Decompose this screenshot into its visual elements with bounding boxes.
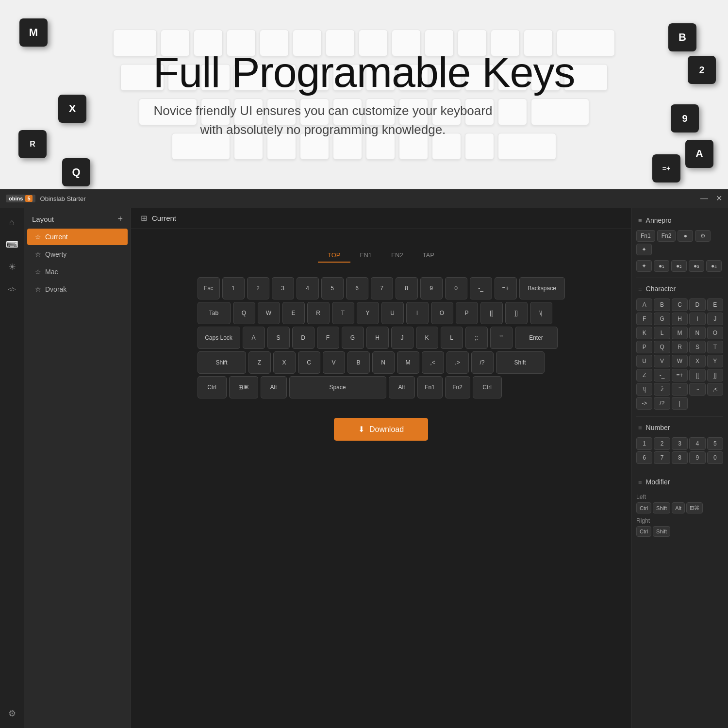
char-y[interactable]: Y (707, 355, 723, 367)
key-w[interactable]: W (258, 302, 280, 324)
key-b[interactable]: B (347, 351, 370, 374)
nav-settings-button[interactable]: ⚙ (2, 704, 22, 723)
key-h[interactable]: H (366, 327, 389, 349)
char-semi[interactable]: ẑ (654, 383, 670, 396)
key-6[interactable]: 6 (346, 277, 368, 299)
key-k[interactable]: K (416, 327, 438, 349)
char-rbr[interactable]: ]] (707, 369, 723, 381)
key-8[interactable]: 8 (396, 277, 418, 299)
char-z[interactable]: Z (636, 369, 652, 381)
char-bsl[interactable]: \| (636, 383, 652, 396)
sidebar-item-mac[interactable]: ☆ Mac (27, 264, 128, 280)
key-rbracket[interactable]: ]] (505, 302, 528, 324)
ind2-btn[interactable]: ●₂ (671, 260, 687, 272)
char-comma2[interactable]: ,< (707, 383, 723, 396)
tab-fn2[interactable]: FN2 (381, 248, 413, 263)
char-b[interactable]: B (654, 298, 670, 311)
num-6[interactable]: 6 (636, 451, 652, 464)
key-2[interactable]: 2 (247, 277, 269, 299)
char-pipe[interactable]: | (672, 397, 688, 410)
key-fn2[interactable]: Fn2 (445, 376, 470, 398)
download-button[interactable]: ⬇ ⬇ Download Download (334, 418, 428, 441)
mod-shift-right[interactable]: Shift (653, 526, 670, 537)
key-c[interactable]: C (298, 351, 320, 374)
num-0[interactable]: 0 (707, 451, 723, 464)
key-n[interactable]: N (372, 351, 395, 374)
char-arrow[interactable]: -> (636, 397, 652, 410)
nav-home-button[interactable]: ⌂ (2, 213, 22, 232)
key-s[interactable]: S (267, 327, 290, 349)
key-comma[interactable]: ,< (422, 351, 444, 374)
key-alt-right[interactable]: Alt (389, 376, 415, 398)
key-space[interactable]: Space (289, 376, 386, 398)
key-capslock[interactable]: Caps Lock (198, 327, 240, 349)
key-x[interactable]: X (273, 351, 296, 374)
char-d[interactable]: D (689, 298, 705, 311)
key-v[interactable]: V (323, 351, 345, 374)
tab-fn1[interactable]: FN1 (350, 248, 382, 263)
nav-light-button[interactable]: ☀ (2, 257, 22, 277)
key-e[interactable]: E (282, 302, 305, 324)
key-r[interactable]: R (307, 302, 330, 324)
sidebar-add-button[interactable]: + (117, 215, 123, 223)
char-eq[interactable]: =+ (672, 369, 688, 381)
mod-win-left[interactable]: ⊞⌘ (686, 502, 703, 513)
num-8[interactable]: 8 (672, 451, 688, 464)
ind4-btn[interactable]: ●₄ (706, 260, 722, 272)
char-r[interactable]: R (672, 341, 688, 353)
key-backslash[interactable]: \| (530, 302, 552, 324)
num-1[interactable]: 1 (636, 437, 652, 450)
char-c[interactable]: C (672, 298, 688, 311)
char-v[interactable]: V (654, 355, 670, 367)
char-x[interactable]: X (689, 355, 705, 367)
char-i[interactable]: I (689, 313, 705, 325)
char-a[interactable]: A (636, 298, 652, 311)
num-5[interactable]: 5 (707, 437, 723, 450)
char-q[interactable]: Q (654, 341, 670, 353)
key-1[interactable]: 1 (222, 277, 245, 299)
key-3[interactable]: 3 (272, 277, 294, 299)
key-i[interactable]: I (406, 302, 429, 324)
key-a[interactable]: A (243, 327, 265, 349)
key-p[interactable]: P (456, 302, 478, 324)
char-l[interactable]: L (654, 327, 670, 339)
key-5[interactable]: 5 (321, 277, 344, 299)
key-ctrl-right[interactable]: Ctrl (473, 376, 502, 398)
sidebar-item-current[interactable]: ☆ Current (27, 229, 128, 245)
sidebar-item-qwerty[interactable]: ☆ Qwerty (27, 246, 128, 263)
key-tab[interactable]: Tab (198, 302, 231, 324)
close-button[interactable]: ✕ (716, 195, 722, 202)
key-z[interactable]: Z (248, 351, 271, 374)
key-shift-right[interactable]: Shift (496, 351, 545, 374)
char-s[interactable]: S (689, 341, 705, 353)
char-h[interactable]: H (672, 313, 688, 325)
key-4[interactable]: 4 (297, 277, 319, 299)
num-4[interactable]: 4 (689, 437, 705, 450)
char-slash2[interactable]: /? (654, 397, 670, 410)
ind3-btn[interactable]: ●₃ (689, 260, 704, 272)
num-2[interactable]: 2 (654, 437, 670, 450)
key-m[interactable]: M (397, 351, 419, 374)
char-underscore[interactable]: -_ (654, 369, 670, 381)
key-minus[interactable]: -_ (470, 277, 492, 299)
circle-btn[interactable]: ● (678, 230, 693, 242)
key-9[interactable]: 9 (420, 277, 443, 299)
key-semicolon[interactable]: ;: (465, 327, 488, 349)
gear-btn[interactable]: ⚙ (695, 230, 711, 242)
ind1-btn[interactable]: ●₁ (654, 260, 669, 272)
mod-shift-left[interactable]: Shift (653, 502, 670, 513)
mod-ctrl-left[interactable]: Ctrl (636, 502, 651, 513)
char-tilde[interactable]: ~ (689, 383, 705, 396)
char-n[interactable]: N (689, 327, 705, 339)
key-slash[interactable]: /? (471, 351, 494, 374)
key-esc[interactable]: Esc (198, 277, 220, 299)
char-u[interactable]: U (636, 355, 652, 367)
sun-btn[interactable]: ✦ (636, 244, 652, 255)
key-enter[interactable]: Enter (515, 327, 558, 349)
char-w[interactable]: W (672, 355, 688, 367)
key-7[interactable]: 7 (371, 277, 393, 299)
key-o[interactable]: O (431, 302, 453, 324)
char-f[interactable]: F (636, 313, 652, 325)
key-ctrl-left[interactable]: Ctrl (198, 376, 227, 398)
key-fn1[interactable]: Fn1 (417, 376, 443, 398)
